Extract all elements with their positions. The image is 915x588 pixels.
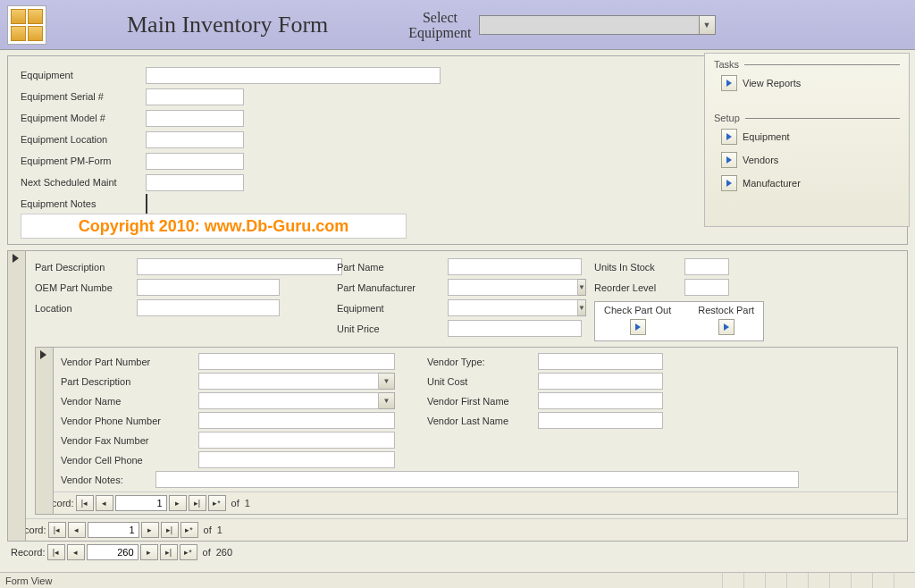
nextmaint-label: Next Scheduled Maint (21, 177, 146, 188)
new-record-button[interactable]: ▸* (180, 522, 198, 538)
vendor-cell-input[interactable] (198, 451, 395, 468)
part-name-label: Part Name (337, 262, 444, 273)
record-label: Record: (11, 547, 46, 558)
setup-vendors-label: Vendors (743, 155, 778, 165)
record-total: 1 (245, 498, 250, 508)
chevron-down-icon[interactable]: ▼ (379, 373, 395, 390)
part-location-input[interactable] (137, 299, 280, 316)
copyright-notice: Copyright 2010: www.Db-Guru.com (21, 214, 407, 239)
record-total: 260 (216, 547, 232, 558)
chevron-down-icon[interactable]: ▼ (578, 299, 586, 316)
prev-record-button[interactable]: ◂ (67, 544, 85, 560)
part-location-label: Location (35, 303, 133, 314)
prev-record-button[interactable]: ◂ (96, 495, 113, 511)
vendor-last-input[interactable] (538, 412, 663, 429)
record-number-input[interactable] (88, 522, 139, 538)
vendor-notes-input[interactable] (155, 471, 799, 488)
units-in-stock-input[interactable] (684, 258, 729, 275)
vendor-first-input[interactable] (538, 392, 663, 409)
new-record-button[interactable]: ▸* (208, 495, 226, 511)
notes-label: Equipment Notes (21, 198, 146, 209)
restock-part-label: Restock Part (698, 305, 754, 315)
nextmaint-input[interactable] (146, 174, 244, 191)
vendor-name-combo[interactable] (198, 392, 379, 409)
new-record-button[interactable]: ▸* (180, 544, 197, 560)
record-total: 1 (217, 525, 222, 535)
unit-cost-input[interactable] (538, 373, 663, 390)
record-selector[interactable] (36, 348, 54, 514)
vendor-fax-input[interactable] (198, 432, 395, 449)
location-input[interactable] (146, 131, 244, 148)
record-number-input[interactable] (115, 495, 167, 511)
header: Main Inventory Form Select Equipment ▼ (0, 0, 915, 50)
of-label: of (203, 547, 211, 558)
of-label: of (204, 525, 212, 535)
select-equipment-combo[interactable]: ▼ (479, 15, 716, 35)
reorder-level-input[interactable] (684, 279, 729, 296)
first-record-button[interactable]: |◂ (76, 495, 94, 511)
tasks-heading: Tasks (714, 59, 739, 70)
arrow-right-icon (630, 319, 646, 335)
vtype-input[interactable] (538, 353, 663, 370)
unit-cost-label: Unit Cost (427, 376, 534, 387)
arrow-right-icon (721, 152, 737, 168)
last-record-button[interactable]: ▸| (161, 522, 179, 538)
vendor-first-label: Vendor First Name (427, 396, 534, 407)
part-mfr-label: Part Manufacturer (337, 282, 444, 293)
unit-price-input[interactable] (448, 320, 582, 337)
arrow-right-icon (721, 175, 737, 191)
first-record-button[interactable]: |◂ (48, 522, 66, 538)
next-record-button[interactable]: ▸ (141, 522, 159, 538)
model-label: Equipment Model # (21, 113, 146, 123)
equipment-input[interactable] (146, 67, 441, 84)
equipment-label: Eqquipment (21, 70, 146, 80)
vendor-last-label: Vendor Last Name (427, 416, 534, 426)
arrow-right-icon (718, 319, 735, 335)
status-bar: Form View (0, 572, 915, 588)
location-label: Equipment Location (21, 134, 146, 145)
status-text: Form View (5, 575, 52, 586)
pmform-input[interactable] (146, 153, 244, 170)
app-icon (7, 5, 46, 45)
of-label: of (231, 498, 239, 508)
next-record-button[interactable]: ▸ (169, 495, 187, 511)
serial-input[interactable] (146, 88, 244, 105)
chevron-down-icon[interactable]: ▼ (578, 279, 586, 296)
vendor-cell-label: Vendor Cell Phone (61, 455, 195, 466)
record-selector[interactable] (8, 251, 26, 541)
last-record-button[interactable]: ▸| (160, 544, 178, 560)
chevron-down-icon[interactable]: ▼ (379, 392, 395, 409)
part-desc-input[interactable] (137, 258, 342, 275)
chevron-down-icon[interactable]: ▼ (699, 16, 715, 34)
vendor-fax-label: Vendor Fax Number (61, 435, 195, 446)
next-record-button[interactable]: ▸ (140, 544, 158, 560)
setup-heading: Setup (714, 113, 740, 123)
vendor-phone-label: Vendor Phone Number (61, 416, 195, 426)
setup-vendors-link[interactable]: Vendors (705, 148, 909, 172)
record-number-input[interactable] (87, 544, 139, 560)
first-record-button[interactable]: |◂ (47, 544, 65, 560)
setup-manufacturer-label: Manufacturer (743, 178, 801, 189)
model-input[interactable] (146, 110, 244, 127)
vendor-part-desc-combo[interactable] (198, 373, 379, 390)
check-part-out-button[interactable]: Check Part Out (604, 305, 671, 335)
tasks-panel: Tasks View Reports Setup Equipment Vendo… (704, 53, 910, 227)
setup-equipment-link[interactable]: Equipment (705, 125, 909, 148)
last-record-button[interactable]: ▸| (189, 495, 206, 511)
vendor-name-label: Vendor Name (61, 396, 195, 407)
oem-no-input[interactable] (137, 279, 280, 296)
serial-label: Equipment Serial # (21, 91, 146, 102)
part-equipment-combo[interactable] (448, 299, 578, 316)
pmform-label: Equipment PM-Form (21, 155, 146, 166)
restock-part-button[interactable]: Restock Part (698, 305, 754, 335)
vpn-input[interactable] (198, 353, 395, 370)
reorder-level-label: Reorder Level (594, 282, 679, 293)
setup-manufacturer-link[interactable]: Manufacturer (705, 172, 909, 195)
part-mfr-combo[interactable] (448, 279, 578, 296)
part-subform: Part Description OEM Part Numbe Location… (7, 250, 908, 542)
prev-record-button[interactable]: ◂ (68, 522, 86, 538)
part-name-input[interactable] (448, 258, 582, 275)
unit-price-label: Unit Price (337, 323, 444, 334)
view-reports-link[interactable]: View Reports (705, 71, 909, 95)
vendor-phone-input[interactable] (198, 412, 395, 429)
